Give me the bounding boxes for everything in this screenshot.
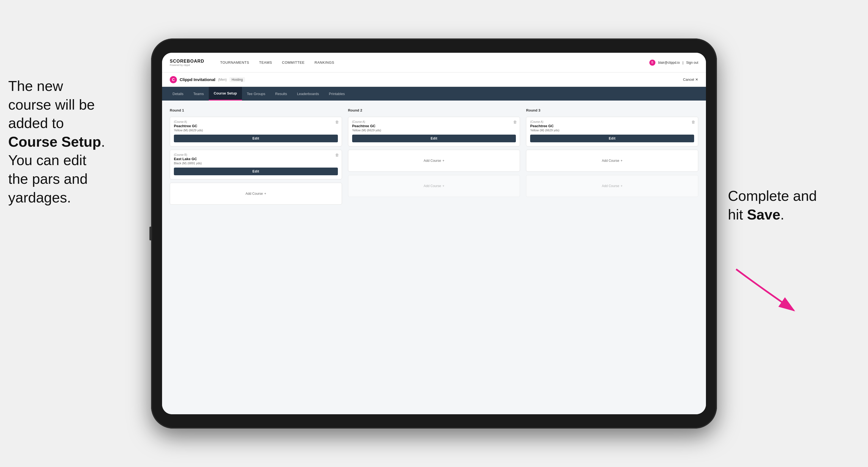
arrow-right-icon xyxy=(731,264,813,319)
tournament-bar: C Clippd Invitational (Men) Hosting Canc… xyxy=(162,72,706,87)
round-2-course-a-name: Peachtree GC xyxy=(352,124,516,128)
round-3-course-a-name: Peachtree GC xyxy=(530,124,694,128)
round-3-add-course-label: Add Course xyxy=(602,159,619,163)
cancel-label: Cancel xyxy=(683,77,694,82)
cancel-icon: ✕ xyxy=(695,77,698,82)
course-a-name: Peachtree GC xyxy=(174,124,338,128)
course-b-name: East Lake GC xyxy=(174,157,338,161)
round-1-label: Round 1 xyxy=(170,108,342,112)
round-2-course-a-edit-button[interactable]: Edit xyxy=(352,134,516,142)
main-content: Round 1 (Course A) Peachtree GC Yellow (… xyxy=(162,100,706,414)
user-email: blair@clippd.io xyxy=(658,61,680,65)
round-2-add-course-button[interactable]: Add Course + xyxy=(348,150,520,172)
round-1-course-a-edit-button[interactable]: Edit xyxy=(174,134,338,142)
tab-leaderboards[interactable]: Leaderboards xyxy=(292,87,324,100)
round-2-course-a-tag: (Course A) xyxy=(352,120,516,123)
top-nav: SCOREBOARD Powered by clippd TOURNAMENTS… xyxy=(162,53,706,72)
round-3-course-a-edit-button[interactable]: Edit xyxy=(530,134,694,142)
round-1-course-a-delete-icon[interactable]: 🗑 xyxy=(335,120,339,124)
round-1-course-b-delete-icon[interactable]: 🗑 xyxy=(335,153,339,157)
course-a-info: Yellow (M) (6629 yds) xyxy=(174,129,338,132)
rounds-grid: Round 1 (Course A) Peachtree GC Yellow (… xyxy=(170,108,698,205)
round-2-add-icon: + xyxy=(442,159,444,163)
course-b-tag: (Course B) xyxy=(174,153,338,156)
round-3-add-icon-2: + xyxy=(621,184,622,188)
round-3-course-a-delete-icon[interactable]: 🗑 xyxy=(691,120,695,124)
nav-committee[interactable]: COMMITTEE xyxy=(277,53,310,72)
tournament-logo: C xyxy=(170,76,177,83)
round-3-column: Round 3 (Course A) Peachtree GC Yellow (… xyxy=(526,108,698,205)
round-3-add-icon: + xyxy=(621,159,622,163)
round-3-label: Round 3 xyxy=(526,108,698,112)
tablet-side-button xyxy=(149,227,151,240)
round-1-add-course-button[interactable]: Add Course + xyxy=(170,183,342,205)
nav-separator: | xyxy=(683,61,683,65)
round-3-add-course-button[interactable]: Add Course + xyxy=(526,150,698,172)
round-3-add-course-2-button: Add Course + xyxy=(526,175,698,197)
round-2-add-course-2-label: Add Course xyxy=(424,184,441,188)
round-2-add-icon-2: + xyxy=(442,184,444,188)
round-2-add-course-2-button: Add Course + xyxy=(348,175,520,197)
round-2-course-a-card: (Course A) Peachtree GC Yellow (M) (6629… xyxy=(348,117,520,147)
tournament-hosting: Hosting xyxy=(229,77,245,82)
round-2-column: Round 2 (Course A) Peachtree GC Yellow (… xyxy=(348,108,520,205)
tournament-title-area: C Clippd Invitational (Men) Hosting xyxy=(170,76,245,83)
tab-teams[interactable]: Teams xyxy=(188,87,209,100)
tab-tee-groups[interactable]: Tee Groups xyxy=(242,87,270,100)
round-2-course-a-info: Yellow (M) (6629 yds) xyxy=(352,129,516,132)
logo-sub: Powered by clippd xyxy=(170,64,205,66)
nav-tournaments[interactable]: TOURNAMENTS xyxy=(215,53,254,72)
round-1-course-a-card: (Course A) Peachtree GC Yellow (M) (6629… xyxy=(170,117,342,147)
logo-title: SCOREBOARD xyxy=(170,59,205,64)
annotation-right: Complete andhit Save. xyxy=(728,187,860,224)
cancel-button[interactable]: Cancel ✕ xyxy=(683,77,698,82)
round-3-course-a-tag: (Course A) xyxy=(530,120,694,123)
nav-links: TOURNAMENTS TEAMS COMMITTEE RANKINGS xyxy=(215,53,649,72)
tab-course-setup[interactable]: Course Setup xyxy=(209,87,242,100)
nav-right: B blair@clippd.io | Sign out xyxy=(649,60,698,66)
tournament-gender: (Men) xyxy=(218,78,227,82)
round-2-add-course-label: Add Course xyxy=(424,159,441,163)
nav-rankings[interactable]: RANKINGS xyxy=(310,53,339,72)
tablet-frame: SCOREBOARD Powered by clippd TOURNAMENTS… xyxy=(151,38,717,429)
round-1-add-course-label: Add Course xyxy=(246,192,263,195)
scoreboard-logo: SCOREBOARD Powered by clippd xyxy=(170,59,205,66)
round-3-add-course-2-label: Add Course xyxy=(602,184,619,188)
tab-details[interactable]: Details xyxy=(167,87,188,100)
nav-teams[interactable]: TEAMS xyxy=(254,53,277,72)
tablet-screen: SCOREBOARD Powered by clippd TOURNAMENTS… xyxy=(162,53,706,414)
round-1-course-b-edit-button[interactable]: Edit xyxy=(174,167,338,175)
course-a-tag: (Course A) xyxy=(174,120,338,123)
tournament-name: Clippd Invitational xyxy=(180,77,215,82)
user-avatar: B xyxy=(649,60,655,66)
round-3-course-a-card: (Course A) Peachtree GC Yellow (M) (6629… xyxy=(526,117,698,147)
tab-bar: Details Teams Course Setup Tee Groups Re… xyxy=(162,87,706,100)
round-2-label: Round 2 xyxy=(348,108,520,112)
round-2-course-a-delete-icon[interactable]: 🗑 xyxy=(513,120,517,124)
round-1-add-icon: + xyxy=(264,192,266,195)
round-3-course-a-info: Yellow (M) (6629 yds) xyxy=(530,129,694,132)
tab-printables[interactable]: Printables xyxy=(324,87,350,100)
course-b-info: Black (M) (6891 yds) xyxy=(174,161,338,165)
round-1-column: Round 1 (Course A) Peachtree GC Yellow (… xyxy=(170,108,342,205)
sign-out-link[interactable]: Sign out xyxy=(686,61,698,65)
tab-results[interactable]: Results xyxy=(270,87,292,100)
round-1-course-b-card: (Course B) East Lake GC Black (M) (6891 … xyxy=(170,150,342,179)
